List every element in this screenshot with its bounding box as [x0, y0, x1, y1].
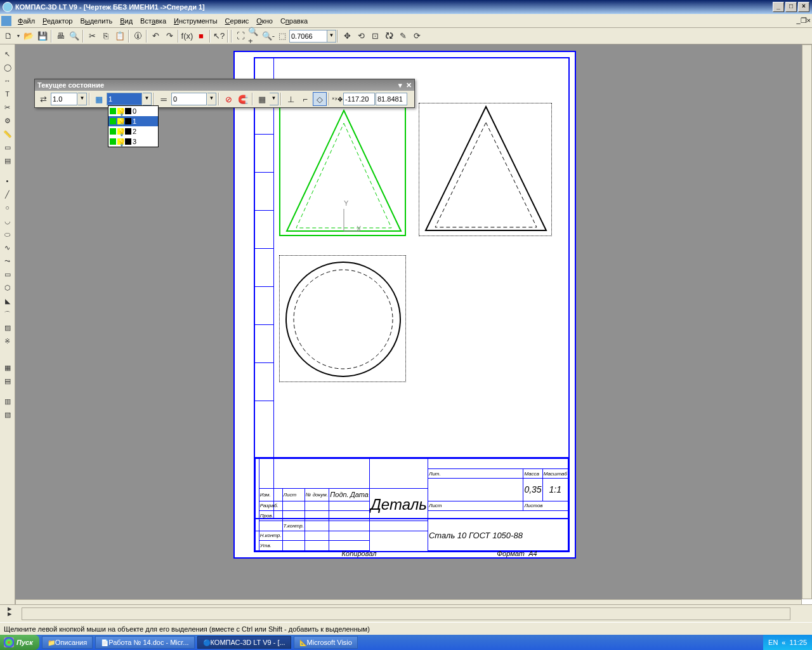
redo-button[interactable]: ↷	[162, 29, 176, 43]
layer-item-1[interactable]: 💡1	[108, 116, 158, 126]
menu-view[interactable]: Вид	[116, 16, 136, 26]
layer-dropdown-button[interactable]: ▼	[143, 93, 152, 105]
zoom-window-button[interactable]: ⬚	[275, 29, 289, 43]
coord-x-input[interactable]	[343, 93, 375, 105]
menu-service[interactable]: Сервис	[221, 16, 253, 26]
pan-button[interactable]: ✥	[340, 29, 354, 43]
params-tool[interactable]: ⚙	[1, 114, 14, 127]
variables-button[interactable]: f(x)	[180, 29, 194, 43]
close-button[interactable]: ×	[798, 2, 809, 12]
fillet-tool[interactable]: ⌒	[1, 308, 14, 321]
zoom-prev-button[interactable]: ⟲	[354, 29, 368, 43]
paste-button[interactable]: 📋	[113, 29, 127, 43]
select2-tool[interactable]: ▭	[1, 141, 14, 154]
layer-input[interactable]	[107, 93, 142, 105]
layer-dropdown-list[interactable]: 💡0 💡1 💡2 💡3	[108, 105, 159, 147]
select-tool[interactable]: ↖	[1, 48, 14, 60]
new-doc-button[interactable]: 🗋	[1, 29, 15, 43]
minimize-button[interactable]: _	[773, 2, 784, 12]
ortho-button[interactable]: ⊥	[284, 92, 298, 106]
text-tool[interactable]: T	[1, 88, 14, 100]
undo-button[interactable]: ↶	[148, 29, 162, 43]
panel2-button[interactable]: ▤	[1, 375, 14, 387]
cut-button[interactable]: ✂	[85, 29, 99, 43]
taskbar-item-word[interactable]: 📄 Работа № 14.doc - Micr...	[95, 636, 194, 649]
zoom-input[interactable]	[289, 30, 327, 43]
grid-button[interactable]: ▦	[255, 92, 269, 106]
tray-expand-icon[interactable]: «	[782, 639, 785, 646]
floatbar-dropdown-icon[interactable]: ▾	[398, 81, 402, 90]
bezier-tool[interactable]: ⤳	[1, 255, 14, 267]
propbar-icon2[interactable]: ▸	[3, 601, 16, 615]
local-cs-button[interactable]: ⌐	[298, 92, 312, 106]
grid-dropdown[interactable]: ▼	[270, 93, 278, 105]
tray-lang[interactable]: EN	[768, 639, 778, 646]
zoom-fit-button[interactable]: ⊡	[368, 29, 382, 43]
vertical-scrollbar[interactable]	[802, 44, 812, 599]
taskbar-item-kompas[interactable]: 🔵 КОМПАС-3D LT V9 - [...	[197, 636, 291, 649]
layer-item-3[interactable]: 💡3	[108, 136, 158, 147]
spline-tool[interactable]: ∿	[1, 241, 14, 254]
linestyle-button[interactable]: ═	[157, 92, 171, 106]
panel4-button[interactable]: ▧	[1, 408, 14, 421]
redraw-button[interactable]: 🗘	[382, 29, 396, 43]
triangle-view[interactable]	[419, 103, 552, 236]
preview-button[interactable]: 🔍	[67, 29, 81, 43]
tray-clock[interactable]: 11:25	[789, 639, 807, 646]
ellipse-tool[interactable]: ⬭	[1, 228, 14, 241]
circle-tool[interactable]: ○	[1, 201, 14, 214]
aux-tool[interactable]: ※	[1, 335, 14, 347]
refresh-button[interactable]: ⟳	[410, 29, 424, 43]
layer-state-button[interactable]: ▦	[92, 92, 106, 106]
coord-y-input[interactable]	[376, 93, 407, 105]
floatbar-title[interactable]: Текущее состояние ▾ ✕	[35, 79, 414, 91]
zoom-all-button[interactable]: ⛶	[233, 29, 247, 43]
circle-view[interactable]	[279, 255, 406, 382]
layer-item-0[interactable]: 💡0	[108, 106, 158, 116]
spec-tool[interactable]: ▤	[1, 154, 14, 167]
start-button[interactable]: Пуск	[0, 635, 39, 650]
measure-tool[interactable]: 📏	[1, 128, 14, 140]
panel3-button[interactable]: ▥	[1, 395, 14, 408]
menu-edit[interactable]: Редактор	[39, 16, 76, 26]
taskbar-item-visio[interactable]: 📐 Microsoft Visio	[294, 636, 358, 649]
linestyle-input[interactable]	[171, 93, 207, 105]
copy-button[interactable]: ⎘	[99, 29, 113, 43]
open-button[interactable]: 📂	[22, 29, 36, 43]
hatch-tool[interactable]: ▨	[1, 321, 14, 334]
point-tool[interactable]: •	[1, 175, 14, 187]
layer-item-2[interactable]: 💡2	[108, 126, 158, 136]
property-input-area[interactable]	[22, 607, 790, 620]
linestyle-dropdown[interactable]: ▼	[207, 93, 216, 105]
line-tool[interactable]: ╱	[1, 188, 14, 201]
zoom-out-button[interactable]: 🔍-	[261, 29, 275, 43]
edit-button[interactable]: ✎	[396, 29, 410, 43]
stop-button[interactable]: ■	[194, 29, 208, 43]
zoom-dropdown[interactable]: ▼	[327, 30, 336, 43]
menu-help[interactable]: Справка	[277, 16, 311, 26]
geometry-tool[interactable]: ◯	[1, 61, 14, 74]
floatbar-close-icon[interactable]: ✕	[406, 81, 412, 90]
taskbar-item-folder[interactable]: 📁 Описания	[42, 636, 93, 649]
menu-instruments[interactable]: Инструменты	[170, 16, 221, 26]
save-button[interactable]: 💾	[36, 29, 49, 43]
mdi-close-button[interactable]: ×	[807, 17, 811, 25]
menu-file[interactable]: Файл	[14, 16, 39, 26]
chamfer-tool[interactable]: ◣	[1, 295, 14, 307]
system-tray[interactable]: EN « 11:25	[763, 635, 812, 650]
arc-tool[interactable]: ◡	[1, 215, 14, 227]
selected-triangle-view[interactable]: Y X	[279, 103, 406, 236]
dimension-tool[interactable]: ↔	[1, 74, 14, 87]
menu-window[interactable]: Окно	[252, 16, 277, 26]
properties-button[interactable]: 🛈	[131, 29, 145, 43]
polygon-tool[interactable]: ⬡	[1, 281, 14, 294]
step-button[interactable]: ⇄	[36, 92, 50, 106]
round-button[interactable]: ◇	[313, 92, 327, 106]
rect-tool[interactable]: ▭	[1, 268, 14, 281]
step-dropdown[interactable]: ▼	[78, 93, 87, 105]
snap-on-button[interactable]: 🧲	[236, 92, 250, 106]
help-pointer-button[interactable]: ↖?	[212, 29, 226, 43]
mdi-restore-button[interactable]: ❐	[801, 17, 807, 25]
menu-insert[interactable]: Вставка	[136, 16, 170, 26]
maximize-button[interactable]: □	[785, 2, 797, 12]
